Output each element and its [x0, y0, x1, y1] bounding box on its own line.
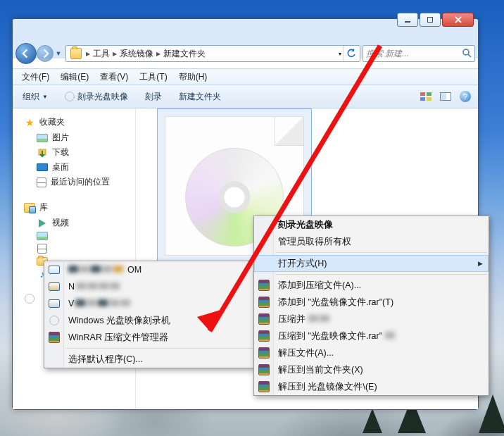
winrar-icon: [258, 381, 270, 392]
refresh-button[interactable]: [343, 46, 358, 61]
ctx-label: 压缩并: [278, 313, 305, 325]
preview-pane-button[interactable]: [437, 89, 454, 104]
sidebar-favorites[interactable]: ★收藏夹: [15, 114, 132, 130]
open-with-label: Windows 光盘映像刻录机: [68, 315, 170, 327]
documents-icon: [37, 243, 48, 254]
menu-separator: [65, 348, 253, 349]
maximize-button[interactable]: [420, 13, 441, 27]
sidebar-item-recent[interactable]: 最近访问的位置: [15, 175, 132, 189]
sidebar-item-pictures-lib[interactable]: [15, 230, 132, 242]
preview-pane-icon: [440, 92, 451, 101]
window-controls: [397, 13, 474, 27]
menu-bar: 文件(F) 编辑(E) 查看(V) 工具(T) 帮助(H): [13, 68, 478, 85]
menu-separator: [275, 274, 487, 275]
minimize-button[interactable]: [397, 13, 418, 27]
winrar-icon: [258, 297, 270, 308]
ctx-label: 解压到当前文件夹(X): [278, 364, 363, 376]
address-bar[interactable]: ▶ 工具 ▶ 系统镜像 ▶ 新建文件夹 ▾: [65, 45, 360, 62]
computer-icon: [24, 293, 35, 304]
app-icon: [49, 298, 60, 309]
sidebar-item-videos[interactable]: 视频: [15, 216, 132, 230]
ctx-extract-here[interactable]: 解压到当前文件夹(X): [254, 361, 489, 378]
open-with-item-windows-burner[interactable]: Windows 光盘映像刻录机: [44, 312, 254, 329]
address-dropdown[interactable]: ▾: [337, 51, 343, 57]
winrar-icon: [258, 347, 270, 359]
ctx-compress-and[interactable]: 压缩并: [254, 311, 489, 328]
ctx-add-to-named-rar[interactable]: 添加到 "光盘镜像文件.rar"(T): [254, 294, 489, 311]
downloads-icon: [37, 147, 48, 158]
breadcrumb-separator[interactable]: ▶: [84, 51, 92, 57]
svg-line-2: [468, 54, 471, 57]
menu-view[interactable]: 查看(V): [95, 70, 133, 85]
close-button[interactable]: [442, 13, 474, 27]
menu-help[interactable]: 帮助(H): [174, 70, 213, 85]
ctx-burn-disc-image[interactable]: 刻录光盘映像: [254, 216, 489, 233]
menu-separator: [275, 252, 487, 253]
submenu-arrow-icon: ▶: [478, 260, 483, 267]
breadcrumb-seg-0[interactable]: 工具: [92, 48, 111, 60]
winrar-icon: [258, 280, 270, 291]
ctx-label: 添加到压缩文件(A)...: [278, 280, 361, 292]
open-with-item-censored-2[interactable]: N: [44, 278, 254, 295]
open-with-label: OM: [127, 265, 141, 275]
open-with-item-censored-3[interactable]: V: [44, 295, 254, 312]
command-bar: 组织 ▼ 刻录光盘映像 刻录 新建文件夹 ?: [13, 85, 478, 108]
nav-history-dropdown[interactable]: ▼: [53, 46, 63, 61]
back-button[interactable]: [15, 43, 37, 64]
breadcrumb-seg-2[interactable]: 新建文件夹: [162, 48, 207, 60]
ctx-extract-to-named[interactable]: 解压到 光盘镜像文件\(E): [254, 378, 489, 395]
open-with-label: WinRAR 压缩文件管理器: [68, 332, 168, 344]
open-with-label: 选择默认程序(C)...: [68, 354, 143, 366]
ctx-label: 添加到 "光盘镜像文件.rar"(T): [278, 297, 393, 309]
ctx-admin-ownership[interactable]: 管理员取得所有权: [254, 233, 489, 250]
app-icon: [49, 281, 60, 292]
view-options-button[interactable]: [417, 89, 434, 104]
recent-places-icon: [37, 177, 46, 187]
ctx-extract-files[interactable]: 解压文件(A)...: [254, 344, 489, 361]
pictures-icon: [37, 134, 48, 142]
help-button[interactable]: ?: [457, 89, 474, 104]
breadcrumb-seg-1[interactable]: 系统镜像: [118, 48, 155, 60]
ctx-compress-to-named[interactable]: 压缩到 "光盘映像文件.rar": [254, 328, 489, 344]
open-with-item-censored-1[interactable]: OM: [44, 261, 254, 278]
winrar-icon: [258, 330, 270, 342]
menu-file[interactable]: 文件(F): [17, 70, 54, 85]
folder-icon: [70, 48, 82, 59]
open-with-item-winrar[interactable]: WinRAR 压缩文件管理器: [44, 329, 254, 346]
menu-edit[interactable]: 编辑(E): [56, 70, 94, 85]
forward-button[interactable]: [37, 45, 53, 62]
burn-button[interactable]: 刻录: [139, 89, 168, 104]
open-with-label: V: [68, 299, 74, 309]
svg-rect-0: [405, 21, 410, 23]
ctx-label: 压缩到 "光盘映像文件.rar": [278, 330, 382, 342]
view-options-icon: [420, 92, 431, 101]
winrar-icon: [258, 313, 270, 325]
sidebar-item-pictures[interactable]: 图片: [15, 130, 132, 145]
open-with-submenu: OM N V Windows 光盘映像刻录机 WinRAR 压缩文件管理器 选择…: [44, 261, 255, 368]
ctx-label: 解压文件(A)...: [278, 347, 334, 359]
ctx-add-to-archive[interactable]: 添加到压缩文件(A)...: [254, 277, 489, 294]
ctx-open-with[interactable]: 打开方式(H) ▶: [254, 255, 489, 272]
organize-button[interactable]: 组织 ▼: [17, 89, 53, 104]
search-input[interactable]: 搜索 新建...: [363, 45, 475, 62]
sidebar-libraries[interactable]: 库: [15, 199, 132, 216]
open-with-choose-default[interactable]: 选择默认程序(C)...: [44, 351, 254, 368]
winrar-icon: [49, 332, 60, 343]
sidebar-item-downloads[interactable]: 下载: [15, 145, 132, 160]
search-placeholder: 搜索 新建...: [366, 48, 409, 60]
sidebar-item-desktop[interactable]: 桌面: [15, 160, 132, 175]
desktop-icon: [37, 163, 48, 171]
sidebar-item-documents[interactable]: [15, 242, 132, 256]
libraries-icon: [24, 203, 35, 213]
new-folder-button[interactable]: 新建文件夹: [173, 89, 227, 104]
svg-point-1: [463, 49, 469, 55]
burn-disc-image-button[interactable]: 刻录光盘映像: [59, 89, 134, 104]
file-context-menu: 刻录光盘映像 管理员取得所有权 打开方式(H) ▶ 添加到压缩文件(A)... …: [253, 216, 489, 396]
winrar-icon: [258, 364, 270, 375]
ctx-label: 解压到 光盘镜像文件\(E): [278, 381, 377, 393]
breadcrumb-separator[interactable]: ▶: [111, 51, 118, 57]
menu-tools[interactable]: 工具(T): [134, 70, 172, 85]
breadcrumb-separator[interactable]: ▶: [155, 51, 162, 57]
ctx-label: 刻录光盘映像: [278, 219, 333, 231]
app-icon: [49, 264, 60, 275]
